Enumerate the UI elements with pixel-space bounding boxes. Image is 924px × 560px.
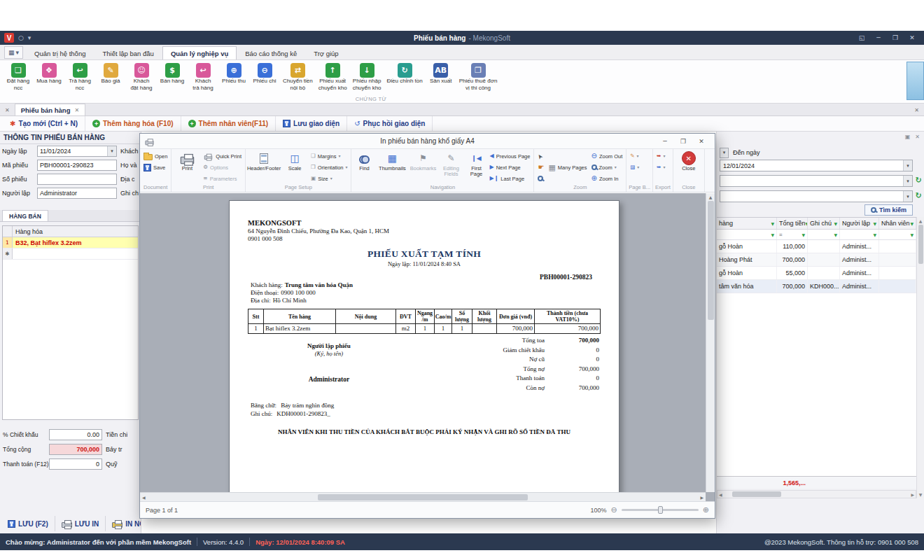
bookmarks-button[interactable]: ⚑Bookmarks xyxy=(410,150,436,184)
orientation-button[interactable]: ❒Orientation▾ xyxy=(309,162,349,173)
save-print-button[interactable]: LƯU IN xyxy=(55,516,106,531)
header-footer-button[interactable]: Header/Footer xyxy=(248,150,280,184)
zoom-slider-thumb[interactable] xyxy=(658,506,663,514)
filter-cell[interactable]: ▼ xyxy=(717,230,777,239)
result-row[interactable]: tâm văn hóa 700,000 KDH000... Administ..… xyxy=(717,280,916,293)
pin-panel-icon[interactable]: ▣ xyxy=(905,134,911,140)
filter-cell[interactable]: ▼ xyxy=(840,230,879,239)
scroll-right-icon[interactable]: ▶ xyxy=(911,492,914,497)
toolbar-item[interactable]: ↓ Phiếu nhập chuyển kho xyxy=(350,62,384,92)
date-input[interactable]: 11/01/2024▾ xyxy=(37,146,117,157)
open-button[interactable]: Open xyxy=(142,150,169,162)
quick-access-icon[interactable]: ○ xyxy=(18,35,24,41)
save-button[interactable]: LƯU (F2) xyxy=(1,516,55,531)
filter-select-2[interactable]: ▾ xyxy=(720,190,913,202)
zoom-in-button[interactable]: ⊕Zoom In xyxy=(590,173,624,184)
restore-layout-button[interactable]: ↺Phục hồi giao diện xyxy=(347,116,433,131)
vertical-scrollbar[interactable]: ▲ ▼ xyxy=(916,217,924,498)
add-product-button[interactable]: +Thêm hàng hóa (F10) xyxy=(85,116,181,131)
size-button[interactable]: ▣Size▾ xyxy=(309,173,349,184)
parameters-button[interactable]: ≡Parameters xyxy=(202,173,243,184)
filter-icon[interactable]: ▼ xyxy=(834,221,837,226)
creator-input[interactable]: Administrator xyxy=(37,188,117,199)
toolbar-overflow-panel[interactable] xyxy=(906,62,924,100)
filter-icon[interactable]: ▼ xyxy=(873,221,876,226)
filter-icon[interactable]: ▼ xyxy=(910,221,913,226)
product-cell[interactable]: B32, Bạt hiflex 3.2zem xyxy=(13,237,138,248)
toolbar-item[interactable]: ❐ Phiếu thuê đơn vị thi công xyxy=(456,62,500,92)
first-page-button[interactable]: ❙◀First Page xyxy=(465,150,486,184)
zoom-slider[interactable] xyxy=(622,509,699,511)
product-cell-empty[interactable] xyxy=(13,248,138,259)
tab-tro-giup[interactable]: Trợ giúp xyxy=(305,46,346,59)
print-debt-button[interactable]: IN NỢ xyxy=(106,516,141,531)
toolbar-item[interactable]: AB Sản xuất xyxy=(426,62,456,85)
tab-quan-ly-nghiep-vu[interactable]: Quản lý nghiệp vụ xyxy=(162,46,237,59)
zoom-in-icon[interactable]: ⊕ xyxy=(703,506,709,514)
column-header-staff[interactable]: Nhân viên▼ xyxy=(879,218,916,229)
quick-print-button[interactable]: Quick Print xyxy=(202,150,243,162)
result-row[interactable]: gỗ Hoàn 110,000 Administ... xyxy=(717,240,916,253)
scale-button[interactable]: ◫Scale xyxy=(281,150,308,184)
magnifier-tool-button[interactable] xyxy=(536,173,545,184)
scroll-up-icon[interactable]: ▲ xyxy=(919,218,923,223)
preview-vertical-scrollbar[interactable]: ▲ xyxy=(706,193,715,492)
print-button[interactable]: Print xyxy=(174,150,200,184)
doc-tab-phieu-ban-hang[interactable]: Phiếu bán hàng ✕ xyxy=(15,104,85,115)
code-input[interactable]: PBH00001-290823 xyxy=(37,160,117,171)
scrollbar-thumb[interactable] xyxy=(318,494,528,500)
toolbar-item[interactable]: ⊖ Phiếu chi xyxy=(249,62,280,85)
dropdown-icon[interactable]: ▾ xyxy=(903,191,912,202)
create-new-button[interactable]: ✱Tạo mới (Ctrl + N) xyxy=(3,116,85,131)
discount-input[interactable]: 0.00 xyxy=(49,429,102,440)
scroll-down-icon[interactable]: ▼ xyxy=(919,492,923,497)
scrollbar-thumb[interactable] xyxy=(732,491,781,497)
refresh-icon[interactable]: ↻ xyxy=(913,191,923,200)
tab-bao-cao-thong-ke[interactable]: Báo cáo thống kê xyxy=(237,46,305,59)
close-icon[interactable]: ✕ xyxy=(904,32,920,43)
scroll-up-icon[interactable]: ▲ xyxy=(709,195,713,200)
result-row[interactable]: gỗ Hoàn 55,000 Administ... xyxy=(717,267,916,280)
dropdown-icon[interactable]: ▾ xyxy=(107,146,116,156)
toolbar-item[interactable]: ↑ Phiếu xuất chuyển kho xyxy=(316,62,350,92)
fullscreen-icon[interactable]: ◱ xyxy=(854,32,869,43)
toolbar-item[interactable]: $ Bán hàng xyxy=(157,62,188,85)
close-all-tabs-icon[interactable]: ✕ xyxy=(0,107,15,115)
export-document-button[interactable]: ➥▾ xyxy=(655,150,666,162)
dropdown-icon[interactable]: ▾ xyxy=(903,160,912,171)
filter-select-1[interactable]: ▾ xyxy=(720,175,913,187)
zoom-out-button[interactable]: ⊖Zoom Out xyxy=(590,150,624,162)
toolbar-item[interactable]: ❖ Mua hàng xyxy=(34,62,64,85)
tab-thiet-lap-ban-dau[interactable]: Thiết lập ban đầu xyxy=(94,46,162,59)
filter-cell[interactable]: =▼ xyxy=(777,230,808,239)
refresh-icon[interactable]: ↻ xyxy=(913,176,923,185)
export-email-button[interactable]: ➥▾ xyxy=(655,162,666,173)
toolbar-item[interactable]: ✎ Báo giá xyxy=(95,62,126,85)
minimize-icon[interactable]: ─ xyxy=(871,32,886,43)
close-panel-icon[interactable]: ✕ xyxy=(915,134,920,140)
scroll-right-icon[interactable]: ▶ xyxy=(700,495,704,500)
horizontal-scrollbar[interactable]: ◀ ▶ xyxy=(717,490,916,498)
save-button[interactable]: Save xyxy=(142,162,169,173)
close-tab-icon[interactable]: ✕ xyxy=(74,107,79,113)
number-input[interactable] xyxy=(37,174,117,185)
toolbar-item[interactable]: ↩ Khách trả hàng xyxy=(188,62,218,92)
clipped-combo-icon[interactable]: ▾ xyxy=(720,148,729,158)
filter-icon[interactable]: ▼ xyxy=(771,221,774,226)
page-color-button[interactable]: ✎▾ xyxy=(629,150,640,162)
toolbar-item[interactable]: ☺ Khách đặt hàng xyxy=(126,62,157,92)
editing-fields-button[interactable]: ✎Editing Fields xyxy=(438,150,464,184)
margins-button[interactable]: ❑Margins▾ xyxy=(309,150,349,162)
to-date-select[interactable]: 12/01/2024 ▾ xyxy=(720,160,913,172)
application-menu-button[interactable]: ▦▾ xyxy=(4,46,23,59)
last-page-button[interactable]: ▶❙Last Page xyxy=(488,173,531,184)
find-button[interactable]: Find xyxy=(354,150,374,184)
column-header-total[interactable]: Tổng tiền▼ xyxy=(777,218,808,229)
scroll-left-icon[interactable]: ◀ xyxy=(142,495,146,500)
thumbnails-button[interactable]: ▦Thumbnails xyxy=(376,150,408,184)
toolbar-item[interactable]: ↻ Điều chỉnh tồn xyxy=(384,62,426,85)
previous-page-button[interactable]: ◀Previous Page xyxy=(488,150,531,162)
many-pages-button[interactable]: ▦Many Pages xyxy=(547,162,588,173)
filter-cell[interactable]: ▼ xyxy=(808,230,840,239)
product-column-header[interactable]: Hàng hóa xyxy=(13,226,138,237)
